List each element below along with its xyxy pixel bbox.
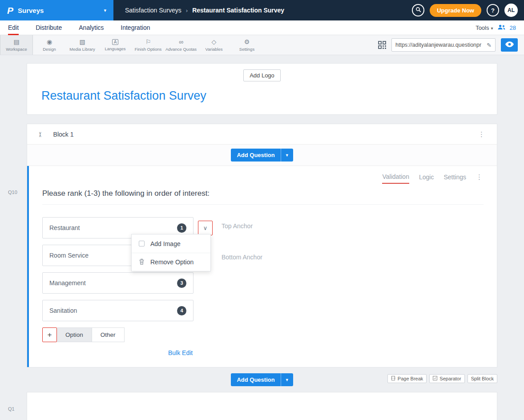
tab-validation[interactable]: Validation xyxy=(382,173,409,184)
between-blocks-row: Add Question ▼ Page Break Separator Spli… xyxy=(27,373,497,387)
design-icon: ◉ xyxy=(47,39,52,45)
search-icon xyxy=(415,7,421,14)
tab-distribute[interactable]: Distribute xyxy=(36,20,62,35)
block-tools: Page Break Separator Split Block xyxy=(387,374,497,383)
add-logo-button[interactable]: Add Logo xyxy=(243,69,281,81)
block-header: ∨∧ Block 1 ⋮ xyxy=(27,124,497,145)
media-library-icon: ▧ xyxy=(79,39,85,45)
question-editor: Validation Logic Settings ⋮ Please rank … xyxy=(27,166,497,367)
product-switcher[interactable]: P Surveys ▾ xyxy=(0,0,113,20)
survey-header-card: Add Logo Restaurant Satisfaction Survey xyxy=(27,63,497,115)
collaborators-count: 28 xyxy=(510,24,516,31)
toolbar-item-media-library[interactable]: ▧ Media Library xyxy=(66,35,99,55)
toolbar-item-settings[interactable]: ⚙ Settings xyxy=(230,35,263,55)
avatar[interactable]: AL xyxy=(504,4,518,17)
question-text[interactable]: Please rank (1-3) the following in order… xyxy=(42,189,484,198)
help-button[interactable]: ? xyxy=(487,4,499,16)
top-bar: P Surveys ▾ Satisfaction Surveys › Resta… xyxy=(0,0,524,20)
add-question-split-button: Add Question ▼ xyxy=(231,149,293,162)
navtabs-right: Tools▾ 28 xyxy=(476,24,516,31)
questionpro-logo-icon: P xyxy=(7,6,13,15)
page-break-icon xyxy=(391,376,395,381)
survey-title[interactable]: Restaurant Satisfaction Survey xyxy=(27,81,497,114)
add-question-caret[interactable]: ▼ xyxy=(281,373,293,386)
add-question-caret[interactable]: ▼ xyxy=(281,149,293,162)
breadcrumb: Satisfaction Surveys › Restaurant Satisf… xyxy=(125,7,284,14)
toolbar-item-design[interactable]: ◉ Design xyxy=(33,35,66,55)
preview-button[interactable] xyxy=(501,38,518,52)
top-anchor-label: Top Anchor xyxy=(222,222,253,230)
advance-quotas-icon: ∞ xyxy=(179,39,183,45)
toolbar-item-finish-options[interactable]: ⚐ Finish Options xyxy=(132,35,165,55)
breadcrumb-current: Restaurant Satisfaction Survey xyxy=(192,7,284,14)
search-button[interactable] xyxy=(412,4,424,16)
tools-menu[interactable]: Tools▾ xyxy=(476,24,493,31)
chevron-down-icon: ▾ xyxy=(491,26,493,31)
block-title[interactable]: Block 1 xyxy=(53,131,74,138)
workspace-icon: ▤ xyxy=(13,39,19,45)
rank-badge: 4 xyxy=(177,306,186,315)
survey-url-input[interactable] xyxy=(395,42,484,48)
variables-icon: ◇ xyxy=(212,39,217,45)
chevron-down-icon: ▾ xyxy=(104,8,106,13)
rank-option[interactable]: Management 3 xyxy=(42,272,193,294)
option-dropdown-button[interactable]: ∨ xyxy=(198,221,213,235)
add-question-button[interactable]: Add Question xyxy=(231,373,280,386)
block-card: ∨∧ Block 1 ⋮ Add Question ▼ Validation L… xyxy=(27,124,497,368)
tab-analytics[interactable]: Analytics xyxy=(79,20,104,35)
chevron-down-icon: ▼ xyxy=(285,378,289,382)
settings-icon: ⚙ xyxy=(244,39,250,45)
toolbar-item-advance-quotas[interactable]: ∞ Advance Quotas xyxy=(165,35,198,55)
page-break-button[interactable]: Page Break xyxy=(387,374,427,383)
option-label[interactable]: Management xyxy=(49,279,86,287)
rank-option-row: Sanitation 4 xyxy=(42,300,354,321)
trash-icon xyxy=(139,258,145,266)
languages-icon: A xyxy=(112,39,119,45)
breadcrumb-separator-icon: › xyxy=(186,7,188,14)
next-question-card: * How often do you dine at restaurants i… xyxy=(27,392,497,420)
rank-option[interactable]: Sanitation 4 xyxy=(42,300,193,321)
add-option-button[interactable]: + xyxy=(42,327,57,342)
editor-canvas: Add Logo Restaurant Satisfaction Survey … xyxy=(0,55,524,420)
option-dropdown-menu: Add Image Remove Option xyxy=(131,234,211,271)
qr-code-icon[interactable] xyxy=(378,41,386,49)
next-question: * How often do you dine at restaurants i… xyxy=(27,392,497,420)
option-label[interactable]: Sanitation xyxy=(49,307,77,314)
tab-integration[interactable]: Integration xyxy=(121,20,150,35)
add-option-controls: + Option Other xyxy=(42,327,484,342)
tab-logic[interactable]: Logic xyxy=(419,174,434,183)
separator-icon xyxy=(433,376,437,381)
add-option-tab[interactable]: Option xyxy=(57,327,92,342)
question-menu-icon[interactable]: ⋮ xyxy=(476,173,483,184)
menu-item-remove-option[interactable]: Remove Option xyxy=(132,253,210,271)
bottom-anchor-label: Bottom Anchor xyxy=(222,254,262,261)
topbar-actions: Upgrade Now ? AL xyxy=(412,4,524,17)
toolbar-item-variables[interactable]: ◇ Variables xyxy=(198,35,230,55)
edit-url-icon[interactable]: ✎ xyxy=(487,42,492,48)
plus-icon: + xyxy=(48,331,52,339)
rank-options-list: Restaurant 1 ∨ Room Service 2 Management… xyxy=(42,217,354,321)
block-menu-icon[interactable]: ⋮ xyxy=(478,130,485,138)
question-divider xyxy=(42,204,484,205)
add-question-button[interactable]: Add Question xyxy=(231,149,280,162)
menu-item-add-image[interactable]: Add Image xyxy=(132,234,210,253)
upgrade-now-button[interactable]: Upgrade Now xyxy=(430,4,481,17)
add-other-tab[interactable]: Other xyxy=(92,327,125,342)
option-label[interactable]: Room Service xyxy=(49,252,89,259)
tab-settings[interactable]: Settings xyxy=(443,174,466,183)
tab-edit[interactable]: Edit xyxy=(8,20,19,35)
collapse-block-icon[interactable]: ∨∧ xyxy=(39,132,42,137)
collaborators-icon[interactable] xyxy=(497,24,506,31)
separator-button[interactable]: Separator xyxy=(429,374,464,383)
checkbox-icon[interactable] xyxy=(139,241,145,246)
question-id-label: Q10 xyxy=(8,190,17,195)
split-block-button[interactable]: Split Block xyxy=(468,374,497,383)
bulk-edit-link[interactable]: Bulk Edit xyxy=(168,349,193,356)
toolbar-item-languages[interactable]: A Languages xyxy=(99,35,132,55)
toolbar-item-workspace[interactable]: ▤ Workspace xyxy=(0,35,33,55)
breadcrumb-parent-link[interactable]: Satisfaction Surveys xyxy=(125,7,181,14)
option-label[interactable]: Restaurant xyxy=(49,224,80,231)
rank-badge: 3 xyxy=(177,279,186,288)
rank-option-row: Management 3 xyxy=(42,272,354,294)
add-question-row-top: Add Question ▼ xyxy=(27,145,497,166)
